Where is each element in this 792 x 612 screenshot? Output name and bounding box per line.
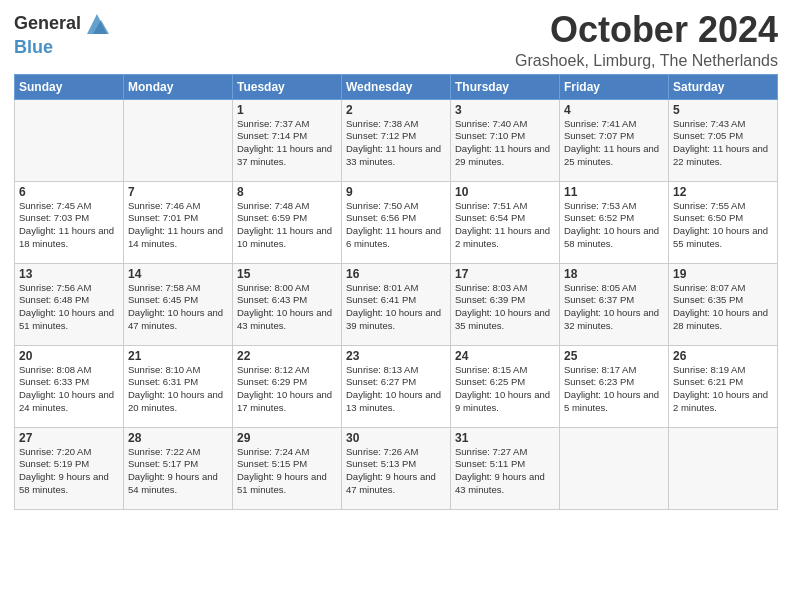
calendar-cell: 11Sunrise: 7:53 AM Sunset: 6:52 PM Dayli… <box>560 181 669 263</box>
calendar-cell: 15Sunrise: 8:00 AM Sunset: 6:43 PM Dayli… <box>233 263 342 345</box>
day-number: 20 <box>19 349 119 363</box>
day-number: 12 <box>673 185 773 199</box>
weekday-header-tuesday: Tuesday <box>233 74 342 99</box>
cell-info: Sunrise: 7:40 AM Sunset: 7:10 PM Dayligh… <box>455 118 555 169</box>
cell-info: Sunrise: 7:26 AM Sunset: 5:13 PM Dayligh… <box>346 446 446 497</box>
weekday-header-saturday: Saturday <box>669 74 778 99</box>
day-number: 24 <box>455 349 555 363</box>
title-block: October 2024 Grashoek, Limburg, The Neth… <box>515 10 778 70</box>
calendar-cell <box>15 99 124 181</box>
cell-info: Sunrise: 8:00 AM Sunset: 6:43 PM Dayligh… <box>237 282 337 333</box>
cell-info: Sunrise: 7:50 AM Sunset: 6:56 PM Dayligh… <box>346 200 446 251</box>
weekday-header-friday: Friday <box>560 74 669 99</box>
calendar-cell: 28Sunrise: 7:22 AM Sunset: 5:17 PM Dayli… <box>124 427 233 509</box>
calendar-cell: 30Sunrise: 7:26 AM Sunset: 5:13 PM Dayli… <box>342 427 451 509</box>
weekday-header-row: SundayMondayTuesdayWednesdayThursdayFrid… <box>15 74 778 99</box>
calendar-cell: 16Sunrise: 8:01 AM Sunset: 6:41 PM Dayli… <box>342 263 451 345</box>
cell-info: Sunrise: 7:22 AM Sunset: 5:17 PM Dayligh… <box>128 446 228 497</box>
cell-info: Sunrise: 7:58 AM Sunset: 6:45 PM Dayligh… <box>128 282 228 333</box>
cell-info: Sunrise: 8:03 AM Sunset: 6:39 PM Dayligh… <box>455 282 555 333</box>
cell-info: Sunrise: 7:27 AM Sunset: 5:11 PM Dayligh… <box>455 446 555 497</box>
day-number: 19 <box>673 267 773 281</box>
cell-info: Sunrise: 7:53 AM Sunset: 6:52 PM Dayligh… <box>564 200 664 251</box>
calendar-week-row: 1Sunrise: 7:37 AM Sunset: 7:14 PM Daylig… <box>15 99 778 181</box>
calendar-cell: 21Sunrise: 8:10 AM Sunset: 6:31 PM Dayli… <box>124 345 233 427</box>
weekday-header-wednesday: Wednesday <box>342 74 451 99</box>
day-number: 27 <box>19 431 119 445</box>
cell-info: Sunrise: 7:37 AM Sunset: 7:14 PM Dayligh… <box>237 118 337 169</box>
cell-info: Sunrise: 8:08 AM Sunset: 6:33 PM Dayligh… <box>19 364 119 415</box>
day-number: 15 <box>237 267 337 281</box>
day-number: 1 <box>237 103 337 117</box>
day-number: 25 <box>564 349 664 363</box>
logo: General Blue <box>14 10 111 58</box>
cell-info: Sunrise: 7:20 AM Sunset: 5:19 PM Dayligh… <box>19 446 119 497</box>
calendar-cell: 5Sunrise: 7:43 AM Sunset: 7:05 PM Daylig… <box>669 99 778 181</box>
calendar-cell: 14Sunrise: 7:58 AM Sunset: 6:45 PM Dayli… <box>124 263 233 345</box>
day-number: 31 <box>455 431 555 445</box>
logo-icon <box>83 10 111 38</box>
calendar-cell: 24Sunrise: 8:15 AM Sunset: 6:25 PM Dayli… <box>451 345 560 427</box>
calendar-cell: 22Sunrise: 8:12 AM Sunset: 6:29 PM Dayli… <box>233 345 342 427</box>
main-container: General Blue October 2024 Grashoek, Limb… <box>0 0 792 520</box>
cell-info: Sunrise: 8:15 AM Sunset: 6:25 PM Dayligh… <box>455 364 555 415</box>
cell-info: Sunrise: 7:24 AM Sunset: 5:15 PM Dayligh… <box>237 446 337 497</box>
calendar-cell: 31Sunrise: 7:27 AM Sunset: 5:11 PM Dayli… <box>451 427 560 509</box>
day-number: 7 <box>128 185 228 199</box>
calendar-cell: 20Sunrise: 8:08 AM Sunset: 6:33 PM Dayli… <box>15 345 124 427</box>
day-number: 18 <box>564 267 664 281</box>
calendar-week-row: 20Sunrise: 8:08 AM Sunset: 6:33 PM Dayli… <box>15 345 778 427</box>
calendar-cell: 18Sunrise: 8:05 AM Sunset: 6:37 PM Dayli… <box>560 263 669 345</box>
cell-info: Sunrise: 7:45 AM Sunset: 7:03 PM Dayligh… <box>19 200 119 251</box>
cell-info: Sunrise: 7:43 AM Sunset: 7:05 PM Dayligh… <box>673 118 773 169</box>
weekday-header-monday: Monday <box>124 74 233 99</box>
calendar-cell: 4Sunrise: 7:41 AM Sunset: 7:07 PM Daylig… <box>560 99 669 181</box>
cell-info: Sunrise: 7:38 AM Sunset: 7:12 PM Dayligh… <box>346 118 446 169</box>
day-number: 29 <box>237 431 337 445</box>
day-number: 5 <box>673 103 773 117</box>
cell-info: Sunrise: 8:05 AM Sunset: 6:37 PM Dayligh… <box>564 282 664 333</box>
cell-info: Sunrise: 8:12 AM Sunset: 6:29 PM Dayligh… <box>237 364 337 415</box>
calendar-table: SundayMondayTuesdayWednesdayThursdayFrid… <box>14 74 778 510</box>
calendar-cell: 8Sunrise: 7:48 AM Sunset: 6:59 PM Daylig… <box>233 181 342 263</box>
day-number: 9 <box>346 185 446 199</box>
cell-info: Sunrise: 7:41 AM Sunset: 7:07 PM Dayligh… <box>564 118 664 169</box>
header: General Blue October 2024 Grashoek, Limb… <box>14 10 778 70</box>
calendar-week-row: 27Sunrise: 7:20 AM Sunset: 5:19 PM Dayli… <box>15 427 778 509</box>
day-number: 28 <box>128 431 228 445</box>
weekday-header-sunday: Sunday <box>15 74 124 99</box>
cell-info: Sunrise: 7:56 AM Sunset: 6:48 PM Dayligh… <box>19 282 119 333</box>
calendar-cell: 13Sunrise: 7:56 AM Sunset: 6:48 PM Dayli… <box>15 263 124 345</box>
calendar-cell: 25Sunrise: 8:17 AM Sunset: 6:23 PM Dayli… <box>560 345 669 427</box>
day-number: 16 <box>346 267 446 281</box>
day-number: 30 <box>346 431 446 445</box>
cell-info: Sunrise: 8:17 AM Sunset: 6:23 PM Dayligh… <box>564 364 664 415</box>
calendar-cell <box>124 99 233 181</box>
calendar-cell: 27Sunrise: 7:20 AM Sunset: 5:19 PM Dayli… <box>15 427 124 509</box>
cell-info: Sunrise: 8:13 AM Sunset: 6:27 PM Dayligh… <box>346 364 446 415</box>
month-title: October 2024 <box>515 10 778 50</box>
weekday-header-thursday: Thursday <box>451 74 560 99</box>
day-number: 3 <box>455 103 555 117</box>
calendar-cell: 10Sunrise: 7:51 AM Sunset: 6:54 PM Dayli… <box>451 181 560 263</box>
calendar-cell: 1Sunrise: 7:37 AM Sunset: 7:14 PM Daylig… <box>233 99 342 181</box>
calendar-cell: 9Sunrise: 7:50 AM Sunset: 6:56 PM Daylig… <box>342 181 451 263</box>
day-number: 11 <box>564 185 664 199</box>
day-number: 8 <box>237 185 337 199</box>
cell-info: Sunrise: 8:01 AM Sunset: 6:41 PM Dayligh… <box>346 282 446 333</box>
day-number: 22 <box>237 349 337 363</box>
logo-blue-text: Blue <box>14 37 53 57</box>
location-title: Grashoek, Limburg, The Netherlands <box>515 52 778 70</box>
day-number: 17 <box>455 267 555 281</box>
calendar-week-row: 6Sunrise: 7:45 AM Sunset: 7:03 PM Daylig… <box>15 181 778 263</box>
cell-info: Sunrise: 7:55 AM Sunset: 6:50 PM Dayligh… <box>673 200 773 251</box>
cell-info: Sunrise: 7:48 AM Sunset: 6:59 PM Dayligh… <box>237 200 337 251</box>
calendar-cell: 17Sunrise: 8:03 AM Sunset: 6:39 PM Dayli… <box>451 263 560 345</box>
day-number: 14 <box>128 267 228 281</box>
day-number: 21 <box>128 349 228 363</box>
day-number: 23 <box>346 349 446 363</box>
day-number: 2 <box>346 103 446 117</box>
calendar-cell: 6Sunrise: 7:45 AM Sunset: 7:03 PM Daylig… <box>15 181 124 263</box>
cell-info: Sunrise: 8:19 AM Sunset: 6:21 PM Dayligh… <box>673 364 773 415</box>
calendar-cell: 19Sunrise: 8:07 AM Sunset: 6:35 PM Dayli… <box>669 263 778 345</box>
